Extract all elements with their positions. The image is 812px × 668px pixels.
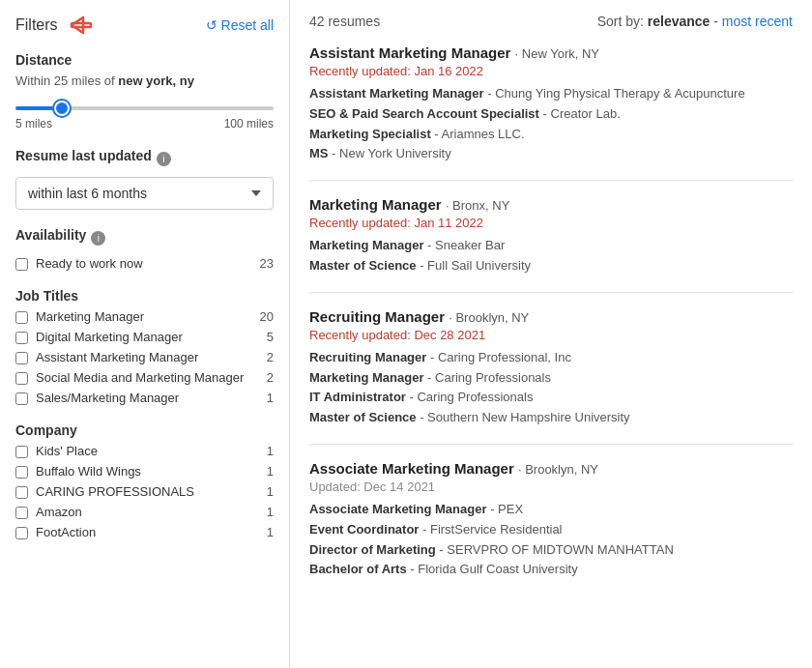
detail-job-3-0: Associate Marketing Manager bbox=[309, 502, 487, 516]
detail-job-0-0: Assistant Marketing Manager bbox=[309, 86, 484, 101]
distance-title: Distance bbox=[15, 52, 274, 68]
reset-all-label: Reset all bbox=[221, 17, 274, 33]
distance-subtitle: Within 25 miles of new york, ny bbox=[15, 73, 274, 88]
availability-section: Availability i Ready to work now 23 bbox=[15, 227, 274, 271]
job-title-count-3: 2 bbox=[267, 370, 274, 385]
detail-job-2-3: Master of Science bbox=[309, 410, 417, 424]
svg-marker-0 bbox=[72, 17, 83, 33]
detail-company-0-2: - Ariamnes LLC. bbox=[431, 127, 525, 141]
resume-updated-dropdown[interactable]: within last 6 months within last year an… bbox=[15, 177, 274, 210]
resume-detail-2-0: Recruiting Manager - Caring Professional… bbox=[309, 348, 793, 368]
company-checkbox-2[interactable] bbox=[15, 486, 28, 499]
resume-title-2: Recruiting Manager · Brooklyn, NY bbox=[309, 308, 793, 325]
sort-label: Sort by: bbox=[597, 14, 644, 29]
company-count-3: 1 bbox=[267, 505, 274, 519]
company-label-1: Buffalo Wild Wings bbox=[36, 464, 259, 479]
resume-detail-3-3: Bachelor of Arts - Florida Gulf Coast Un… bbox=[309, 560, 793, 580]
detail-company-0-3: - New York University bbox=[329, 146, 451, 160]
resume-detail-0-0: Assistant Marketing Manager - Chung Ying… bbox=[309, 84, 793, 104]
company-count-4: 1 bbox=[267, 525, 274, 539]
resume-card-1[interactable]: Marketing Manager · Bronx, NYRecently up… bbox=[309, 196, 793, 293]
company-checkbox-3[interactable] bbox=[15, 507, 28, 519]
detail-job-3-2: Director of Marketing bbox=[309, 542, 436, 557]
resume-name-1: Marketing Manager bbox=[309, 196, 442, 213]
job-titles-section: Job Titles Marketing Manager 20 Digital … bbox=[15, 288, 274, 405]
resume-details-3: Associate Marketing Manager - PEXEvent C… bbox=[309, 500, 793, 580]
company-count-1: 1 bbox=[267, 464, 274, 479]
detail-job-3-1: Event Coordinator bbox=[309, 522, 419, 537]
job-title-count-0: 20 bbox=[260, 309, 274, 324]
availability-checkbox-0[interactable] bbox=[15, 258, 28, 271]
resume-updated-0: Recently updated: Jan 16 2022 bbox=[309, 64, 793, 78]
resume-card-0[interactable]: Assistant Marketing Manager · New York, … bbox=[309, 44, 793, 181]
company-item-3: Amazon 1 bbox=[15, 505, 274, 519]
job-title-item-0: Marketing Manager 20 bbox=[15, 309, 274, 324]
job-title-label-3: Social Media and Marketing Manager bbox=[36, 370, 259, 385]
resume-detail-2-2: IT Administrator - Caring Professionals bbox=[309, 388, 793, 408]
resume-card-2[interactable]: Recruiting Manager · Brooklyn, NYRecentl… bbox=[309, 308, 793, 445]
resume-detail-3-1: Event Coordinator - FirstService Residen… bbox=[309, 520, 793, 540]
detail-job-0-3: MS bbox=[309, 146, 329, 160]
job-title-checkbox-2[interactable] bbox=[15, 352, 28, 364]
filters-header: Filters ↺ Reset all bbox=[15, 14, 274, 37]
resume-updated-1: Recently updated: Jan 11 2022 bbox=[309, 216, 793, 230]
job-title-checkbox-1[interactable] bbox=[15, 332, 28, 344]
company-item-1: Buffalo Wild Wings 1 bbox=[15, 464, 274, 479]
distance-slider-container bbox=[15, 98, 274, 113]
resume-location-1: · Bronx, NY bbox=[446, 198, 509, 213]
detail-company-2-2: - Caring Professionals bbox=[406, 390, 534, 404]
resume-updated-2: Recently updated: Dec 28 2021 bbox=[309, 328, 793, 342]
detail-company-2-0: - Caring Professional, Inc bbox=[426, 350, 571, 364]
company-label-3: Amazon bbox=[36, 505, 259, 519]
company-checkbox-4[interactable] bbox=[15, 527, 28, 539]
resume-detail-2-3: Master of Science - Southern New Hampshi… bbox=[309, 408, 793, 428]
detail-job-0-1: SEO & Paid Search Account Specialist bbox=[309, 106, 539, 121]
detail-company-3-3: - Florida Gulf Coast University bbox=[407, 562, 578, 576]
resume-name-2: Recruiting Manager bbox=[309, 308, 445, 325]
detail-company-2-3: - Southern New Hampshire University bbox=[417, 410, 630, 424]
resume-detail-2-1: Marketing Manager - Caring Professionals bbox=[309, 368, 793, 389]
company-item-2: CARING PROFESSIONALS 1 bbox=[15, 484, 274, 499]
resume-title-0: Assistant Marketing Manager · New York, … bbox=[309, 44, 793, 61]
company-label-4: FootAction bbox=[36, 525, 259, 539]
job-title-checkbox-3[interactable] bbox=[15, 372, 28, 385]
detail-company-2-1: - Caring Professionals bbox=[423, 370, 551, 385]
company-count-0: 1 bbox=[267, 444, 274, 458]
company-count-2: 1 bbox=[267, 484, 274, 499]
resume-list: Assistant Marketing Manager · New York, … bbox=[309, 44, 793, 595]
distance-slider[interactable] bbox=[15, 106, 274, 110]
resume-updated-section: Resume last updated i within last 6 mont… bbox=[15, 148, 274, 210]
resume-name-0: Assistant Marketing Manager bbox=[309, 44, 510, 61]
company-checkbox-0[interactable] bbox=[15, 446, 28, 458]
job-title-checkbox-4[interactable] bbox=[15, 392, 28, 405]
resume-detail-0-3: MS - New York University bbox=[309, 144, 793, 164]
resume-card-3[interactable]: Associate Marketing Manager · Brooklyn, … bbox=[309, 460, 793, 595]
resume-detail-0-2: Marketing Specialist - Ariamnes LLC. bbox=[309, 125, 793, 145]
reset-all-button[interactable]: ↺ Reset all bbox=[206, 17, 274, 33]
detail-job-1-0: Marketing Manager bbox=[309, 238, 423, 252]
detail-company-1-1: - Full Sail University bbox=[417, 258, 531, 273]
job-title-checkbox-0[interactable] bbox=[15, 311, 28, 324]
availability-info-icon[interactable]: i bbox=[91, 231, 105, 246]
resume-updated-title: Resume last updated bbox=[15, 148, 152, 163]
sort-recent-link[interactable]: most recent bbox=[722, 14, 793, 29]
resume-location-3: · Brooklyn, NY bbox=[518, 462, 598, 477]
detail-company-0-1: - Creator Lab. bbox=[539, 106, 621, 121]
filters-title-wrap: Filters bbox=[15, 14, 97, 37]
job-title-label-1: Digital Marketing Manager bbox=[36, 330, 259, 344]
distance-prefix: Within 25 miles of bbox=[15, 73, 115, 88]
sort-relevance: relevance bbox=[648, 14, 710, 29]
resume-details-0: Assistant Marketing Manager - Chung Ying… bbox=[309, 84, 793, 164]
resume-detail-1-0: Marketing Manager - Sneaker Bar bbox=[309, 236, 793, 256]
resume-updated-info-icon[interactable]: i bbox=[157, 152, 171, 166]
job-title-count-2: 2 bbox=[267, 350, 274, 364]
availability-label-0: Ready to work now bbox=[36, 256, 252, 271]
company-label-0: Kids' Place bbox=[36, 444, 259, 458]
filters-panel: Filters ↺ Reset all Distance Within 25 m… bbox=[0, 0, 290, 668]
reset-icon: ↺ bbox=[206, 17, 218, 33]
detail-company-3-2: - SERVPRO OF MIDTOWN MANHATTAN bbox=[436, 542, 674, 557]
company-checkbox-1[interactable] bbox=[15, 466, 28, 479]
detail-job-3-3: Bachelor of Arts bbox=[309, 562, 407, 576]
job-title-label-0: Marketing Manager bbox=[36, 309, 252, 324]
resume-details-1: Marketing Manager - Sneaker BarMaster of… bbox=[309, 236, 793, 276]
